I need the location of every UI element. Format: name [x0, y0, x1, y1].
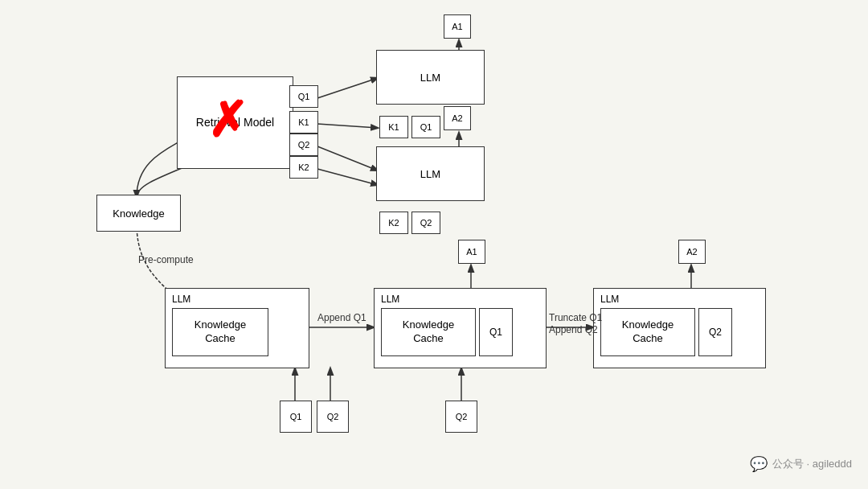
llm-top-label: LLM [420, 72, 440, 84]
a1-top-box: A1 [444, 14, 471, 39]
red-x-icon: ✗ [207, 97, 248, 145]
knowledge-label: Knowledge [113, 208, 164, 220]
q1-cache2-label: Q1 [489, 327, 502, 338]
svg-line-2 [317, 146, 378, 171]
q2-bottom-mid-box: Q2 [445, 401, 477, 433]
knowledge-cache3-label: KnowledgeCache [622, 318, 674, 346]
pre-compute-label: Pre-compute [138, 254, 194, 265]
q1-bottom-left-box: Q1 [280, 401, 312, 433]
llm-cache3-llm-label: LLM [600, 294, 619, 305]
llm-bottom-box: LLM [376, 146, 485, 201]
svg-line-3 [317, 169, 378, 185]
llm-cache2-llm-label: LLM [381, 294, 399, 305]
knowledge-box: Knowledge [96, 195, 181, 232]
llm-cache1-outer: LLM KnowledgeCache [165, 288, 309, 368]
wechat-badge: 💬 公众号 · agileddd [750, 455, 852, 473]
k2-llm-bot-box: K2 [379, 212, 408, 234]
wechat-icon: 💬 [750, 455, 768, 473]
llm-cache1-llm-label: LLM [172, 294, 190, 305]
k2-retrieval-box: K2 [289, 156, 318, 179]
knowledge-cache2-label: KnowledgeCache [403, 318, 454, 346]
k1-retrieval-box: K1 [289, 111, 318, 134]
q2-retrieval-box: Q2 [289, 134, 318, 156]
q2-bottom-left-box: Q2 [317, 401, 349, 433]
svg-line-0 [317, 78, 378, 98]
truncate-q1-label: Truncate Q1 [549, 312, 602, 323]
a1-cache-box: A1 [458, 240, 485, 264]
a2-box: A2 [444, 106, 471, 130]
diagram: Retrieval Model ✗ Knowledge LLM LLM Q1 K… [0, 0, 868, 489]
llm-cache3-outer: LLM KnowledgeCache Q2 [593, 288, 766, 368]
knowledge-cache1-label: KnowledgeCache [194, 318, 246, 346]
llm-cache2-outer: LLM KnowledgeCache Q1 [374, 288, 547, 368]
llm-top-box: LLM [376, 50, 485, 105]
q2-cache3-label: Q2 [709, 327, 722, 338]
append-q2-label: Append Q2 [549, 324, 598, 335]
svg-line-1 [317, 124, 378, 128]
llm-bottom-label: LLM [420, 168, 440, 180]
q1-retrieval-box: Q1 [289, 85, 318, 108]
wechat-text: 公众号 · agileddd [772, 457, 852, 471]
a2-cache-box: A2 [678, 240, 706, 264]
k1-llm-top-box: K1 [379, 116, 408, 138]
q2-llm-bot-box: Q2 [411, 212, 440, 234]
q1-llm-top-box: Q1 [411, 116, 440, 138]
append-q1-label: Append Q1 [317, 312, 366, 323]
